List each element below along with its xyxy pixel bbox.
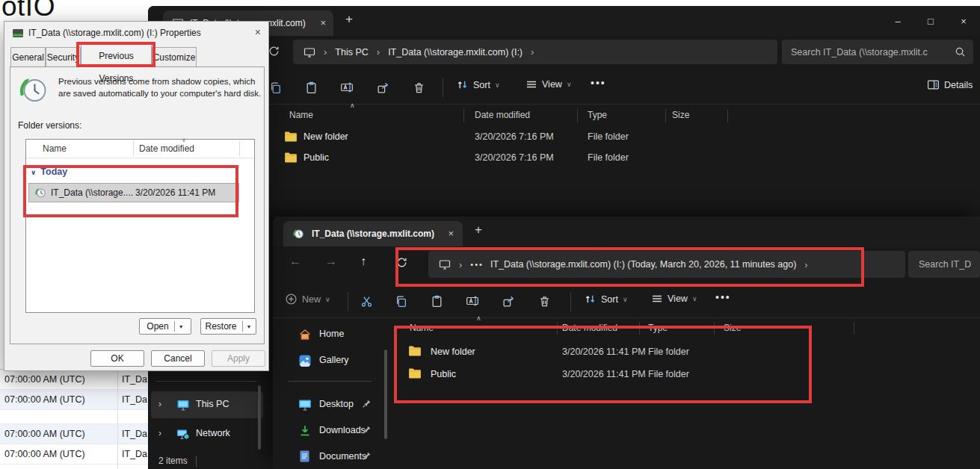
- monitor-icon: [439, 258, 451, 270]
- version-row-selected[interactable]: IT_Data (\\storage.... 3/20/2026 11:41 P…: [28, 183, 239, 202]
- folder-icon: [284, 131, 298, 143]
- sidebar-divider: [155, 381, 257, 382]
- breadcrumb-overflow-icon[interactable]: •••: [470, 260, 484, 269]
- column-header-name[interactable]: Name: [289, 110, 313, 120]
- sort-icon: [456, 78, 469, 91]
- maximize-icon[interactable]: □: [914, 6, 947, 36]
- address-bar[interactable]: › This PC › IT_Data (\\storage.mxlit.com…: [293, 40, 777, 64]
- details-pane-button[interactable]: Details: [927, 78, 973, 91]
- tab-customize[interactable]: Customize: [152, 47, 197, 66]
- view-icon: [651, 293, 663, 305]
- drive-icon: [12, 28, 24, 38]
- share-button[interactable]: [369, 75, 396, 99]
- view-button[interactable]: View ∨: [651, 293, 697, 305]
- version-name: IT_Data (\\storage....: [51, 187, 133, 198]
- column-header-size[interactable]: Size: [672, 110, 689, 120]
- table-column-divider: [117, 369, 118, 469]
- new-tab-icon[interactable]: +: [345, 12, 353, 27]
- more-options-button[interactable]: •••: [715, 291, 731, 303]
- column-header-type[interactable]: Type: [648, 323, 668, 333]
- sort-button[interactable]: Sort ∨: [456, 78, 500, 91]
- sidebar-scrollbar[interactable]: [258, 385, 261, 450]
- dropdown-arrow-icon[interactable]: ▼: [247, 324, 252, 329]
- cancel-button[interactable]: Cancel: [151, 350, 205, 367]
- address-bar[interactable]: › ••• IT_Data (\\storage.mxlit.com) (I:)…: [428, 251, 905, 278]
- tab-general[interactable]: General: [10, 47, 46, 66]
- explorer-tab[interactable]: IT_Data (\\storage.mxlit.com) ×: [283, 221, 463, 246]
- tab-previous-versions[interactable]: Previous Versions: [81, 44, 152, 66]
- ok-button[interactable]: OK: [90, 350, 144, 367]
- tab-close-icon[interactable]: ×: [448, 228, 454, 239]
- delete-button[interactable]: [405, 75, 432, 99]
- window-controls: – □ ×: [881, 6, 980, 36]
- sort-descending-icon: ∨: [182, 137, 186, 143]
- column-header-date[interactable]: Date modified: [562, 323, 617, 333]
- tab-security[interactable]: Security: [46, 47, 81, 66]
- breadcrumb-drive[interactable]: IT_Data (\\storage.mxlit.com) (I:): [388, 47, 523, 58]
- column-header-size[interactable]: Size: [724, 323, 741, 333]
- open-button[interactable]: Open ▼: [139, 318, 191, 335]
- search-input[interactable]: Search IT_D: [908, 251, 980, 278]
- toolbar-divider: [570, 292, 571, 311]
- file-row[interactable]: New folder 3/20/2026 7:16 PM File folder: [148, 127, 980, 148]
- sidebar-item-this-pc[interactable]: › This PC: [151, 391, 263, 418]
- home-icon: [298, 328, 312, 341]
- sidebar-item-desktop[interactable]: Desktop: [279, 393, 383, 417]
- refresh-icon[interactable]: [395, 256, 408, 269]
- file-row[interactable]: Public 3/20/2026 11:41 PM File folder: [273, 363, 980, 385]
- table-row: 07:00:00 AM (UTC) IT_Da: [0, 424, 153, 444]
- view-button[interactable]: View ∨: [526, 78, 571, 90]
- restore-button[interactable]: Restore ▼: [200, 318, 256, 335]
- sidebar-item-network[interactable]: › Network: [151, 421, 263, 447]
- expander-icon[interactable]: ›: [158, 428, 161, 438]
- back-icon[interactable]: ←: [289, 255, 301, 268]
- documents-icon: [299, 450, 310, 463]
- delete-button[interactable]: [531, 289, 558, 313]
- apply-button[interactable]: Apply: [212, 350, 265, 367]
- expander-icon[interactable]: ›: [158, 399, 161, 409]
- minimize-icon[interactable]: –: [881, 6, 914, 36]
- breadcrumb-this-pc[interactable]: This PC: [335, 47, 368, 58]
- close-icon[interactable]: ×: [255, 26, 261, 38]
- column-header-type[interactable]: Type: [588, 110, 607, 120]
- file-row[interactable]: New folder 3/20/2026 11:41 PM File folde…: [273, 341, 980, 363]
- downloads-icon: [298, 424, 312, 438]
- sidebar-item-downloads[interactable]: Downloads: [279, 419, 383, 443]
- paste-button[interactable]: [298, 75, 324, 99]
- search-input[interactable]: Search IT_Data (\\storage.mxlit.c: [782, 40, 973, 64]
- more-options-button[interactable]: •••: [591, 77, 606, 89]
- new-tab-icon[interactable]: +: [475, 223, 482, 237]
- share-button[interactable]: [495, 289, 522, 313]
- list-column-name[interactable]: Name: [43, 143, 67, 154]
- sort-button[interactable]: Sort ∨: [584, 293, 628, 305]
- network-icon: [176, 427, 190, 441]
- breadcrumb-path[interactable]: IT_Data (\\storage.mxlit.com) (I:) (Toda…: [490, 259, 796, 270]
- folder-versions-list[interactable]: Name Date modified ∨ ∨Today IT_Data (\\s…: [25, 139, 255, 313]
- dialog-description-line1: Previous versions come from shadow copie…: [58, 77, 255, 86]
- forward-icon[interactable]: →: [325, 255, 337, 268]
- column-header-date[interactable]: Date modified: [475, 110, 530, 120]
- folder-icon: [408, 345, 422, 357]
- sidebar-item-documents[interactable]: Documents: [279, 445, 383, 469]
- chevron-down-icon: ∨: [692, 295, 697, 302]
- list-column-date[interactable]: Date modified: [139, 143, 194, 154]
- new-icon: [285, 293, 298, 305]
- rename-button[interactable]: [459, 289, 486, 313]
- tab-close-icon[interactable]: ×: [320, 17, 326, 28]
- up-icon[interactable]: ↑: [360, 255, 366, 268]
- screen: otIO 07:00:00 AM (UTC) IT_Da 07:00:00 AM…: [0, 0, 980, 469]
- copy-button[interactable]: [387, 289, 414, 313]
- refresh-icon[interactable]: [268, 45, 280, 58]
- paste-button[interactable]: [423, 289, 450, 313]
- folder-versions-label: Folder versions:: [18, 120, 81, 131]
- dialog-title: IT_Data (\\storage.mxlit.com) (I:) Prope…: [28, 28, 201, 38]
- file-row[interactable]: Public 3/20/2026 7:16 PM File folder: [148, 148, 980, 169]
- new-button[interactable]: New ∨: [285, 293, 330, 305]
- chevron-right-icon: ›: [322, 46, 328, 58]
- column-header-name[interactable]: Name: [410, 323, 434, 333]
- version-group-header[interactable]: ∨Today: [31, 167, 67, 177]
- rename-button[interactable]: [333, 75, 360, 99]
- cut-button[interactable]: [353, 289, 380, 313]
- dropdown-arrow-icon[interactable]: ▼: [179, 324, 184, 329]
- close-icon[interactable]: ×: [947, 6, 980, 36]
